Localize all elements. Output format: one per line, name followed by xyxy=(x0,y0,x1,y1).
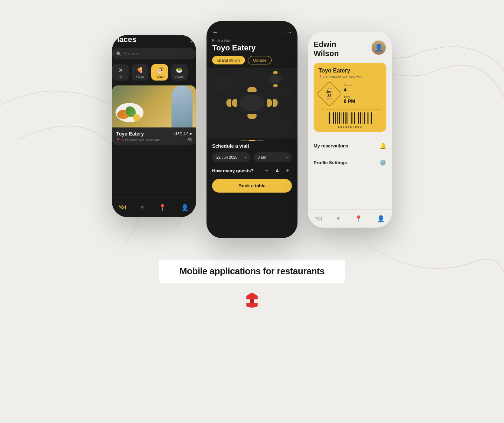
phone2-header: ← ··· xyxy=(206,21,298,39)
date-day-label: Sun xyxy=(326,87,332,90)
bar xyxy=(356,112,356,124)
reservations-bell-icon: 🔔 xyxy=(379,143,386,149)
guest-time-info: Guests 4 Time 8 PM xyxy=(344,84,382,104)
food-visual xyxy=(112,85,196,127)
food-item-lemon xyxy=(133,114,140,121)
date-year-label: 2020 xyxy=(326,98,332,100)
all-label: All xyxy=(119,75,122,78)
search-placeholder: Search xyxy=(124,51,138,56)
schedule-selects: 22 Jun 2020 ▾ 8 pm ▾ xyxy=(212,152,292,162)
chair-left-2 xyxy=(226,99,231,107)
bar xyxy=(368,112,368,124)
bar xyxy=(350,112,350,124)
date-select-value: 22 Jun 2020 xyxy=(216,155,238,159)
nav-location-icon[interactable]: 📍 xyxy=(159,204,166,212)
profile-menu: My reservations 🔔 Profile Settings ⚙️ xyxy=(308,138,392,171)
bar xyxy=(351,112,351,124)
avatar: 👤 xyxy=(371,40,386,55)
category-all[interactable]: ✕ All xyxy=(112,64,129,81)
zone-tab-atrium[interactable]: Grand atrium xyxy=(212,56,245,64)
ticket-more-icon[interactable]: ··· xyxy=(375,68,382,74)
restaurant-name: Toyo Eatery xyxy=(116,131,144,137)
category-pizza[interactable]: 🍕 Pizza xyxy=(132,64,148,81)
bar xyxy=(333,112,334,124)
pizza-icon: 🍕 xyxy=(136,67,144,74)
category-asian[interactable]: 🍜 Asian xyxy=(151,64,168,81)
bar xyxy=(357,112,358,124)
diamond-border: Sun Jun22 2020 xyxy=(316,81,342,107)
bar xyxy=(348,112,348,124)
date-select[interactable]: 22 Jun 2020 ▾ xyxy=(212,152,251,162)
asian-icon: 🍜 xyxy=(156,67,163,74)
bar xyxy=(338,112,338,124)
pizza-label: Pizza xyxy=(136,75,144,78)
guests-info-value: 4 xyxy=(344,87,382,92)
phone-profile: EdwinWilson 👤 Toyo Eatery ··· 📍 3 Greenw… xyxy=(308,32,392,228)
bar xyxy=(369,112,370,124)
small-table-scene xyxy=(269,75,282,83)
bar xyxy=(353,112,354,124)
back-button[interactable]: ← xyxy=(212,29,218,36)
chair-bottom xyxy=(247,114,257,119)
bar xyxy=(354,112,355,124)
bar xyxy=(347,112,347,124)
ticket-restaurant-name: Toyo Eatery xyxy=(318,68,350,74)
bar xyxy=(331,112,331,124)
rest-name-row: Toyo Eatery (132) 4.9 ♥ xyxy=(116,131,192,137)
increase-guests-button[interactable]: + xyxy=(284,166,292,175)
vegan-icon: 🥗 xyxy=(176,67,183,74)
chair-left-1 xyxy=(232,99,237,107)
bar xyxy=(361,112,362,124)
my-reservations-item[interactable]: My reservations 🔔 xyxy=(314,138,386,154)
barcode-visual xyxy=(329,112,372,124)
phone3-navigation: 🍽 ♥ 📍 👤 xyxy=(308,209,392,228)
price-text: $$ xyxy=(188,138,192,142)
decor-blob-1 xyxy=(214,75,234,92)
guests-label: How many guests? xyxy=(212,168,253,173)
category-row: ✕ All 🍕 Pizza 🍜 Asian 🥗 Vegan xyxy=(112,64,196,81)
small-chair-bottom xyxy=(273,84,278,87)
time-info-value: 8 PM xyxy=(344,98,382,104)
schedule-title: Schedule a visit xyxy=(212,143,292,149)
time-select[interactable]: 8 pm ▾ xyxy=(253,152,292,162)
bar xyxy=(359,112,360,124)
time-chevron-icon: ▾ xyxy=(286,155,288,159)
profile-settings-item[interactable]: Profile Settings ⚙️ xyxy=(314,154,386,171)
ticket-location: 📍 3 Greenwich Ave, New York xyxy=(318,75,382,79)
ticket-divider xyxy=(318,109,382,110)
bar xyxy=(340,112,341,124)
book-table-button[interactable]: Book a table xyxy=(212,179,292,193)
phone3-nav-location-icon[interactable]: 📍 xyxy=(355,215,362,223)
restaurant-card[interactable]: Toyo Eatery (132) 4.9 ♥ 📍 3 Greenwich Av… xyxy=(112,85,196,145)
vegan-label: Vegan xyxy=(175,75,184,78)
main-oval-table xyxy=(240,95,264,111)
ticket-guests-info: Guests 4 xyxy=(344,84,382,92)
ticket-time-info: Time 8 PM xyxy=(344,95,382,104)
nav-home-icon[interactable]: 🍽 xyxy=(119,204,126,211)
scroll-indicator xyxy=(206,138,298,143)
time-info-label: Time xyxy=(344,95,382,98)
bar xyxy=(363,112,363,124)
phone3-nav-home-icon[interactable]: 🍽 xyxy=(315,215,322,222)
bar xyxy=(351,112,352,124)
small-oval-table xyxy=(269,75,282,83)
phone3-nav-favorites-icon[interactable]: ♥ xyxy=(336,215,340,222)
zone-tab-outside[interactable]: Outside xyxy=(248,56,272,64)
nav-profile-icon[interactable]: 👤 xyxy=(181,204,189,212)
nav-favorites-icon[interactable]: ♥ xyxy=(140,204,144,211)
decor-blob-4 xyxy=(280,121,290,131)
category-vegan[interactable]: 🥗 Vegan xyxy=(171,64,188,81)
schedule-section: Schedule a visit 22 Jun 2020 ▾ 8 pm ▾ Ho… xyxy=(206,143,298,193)
filter-icon[interactable]: ⚡ xyxy=(189,36,196,43)
decor-blob-5 xyxy=(284,89,292,97)
more-button[interactable]: ··· xyxy=(285,29,292,36)
bar xyxy=(355,112,356,124)
search-bar[interactable]: 🔍 Search xyxy=(112,48,196,59)
settings-gear-icon: ⚙️ xyxy=(379,159,386,166)
chair-right-2 xyxy=(273,99,278,107)
phone1-header: Places ⚡ xyxy=(112,35,196,44)
phone3-nav-profile-icon[interactable]: 👤 xyxy=(377,215,385,223)
scroll-dot-1 xyxy=(240,140,247,141)
decrease-guests-button[interactable]: − xyxy=(262,166,271,175)
diamond-date-content: Sun Jun22 2020 xyxy=(326,87,332,100)
